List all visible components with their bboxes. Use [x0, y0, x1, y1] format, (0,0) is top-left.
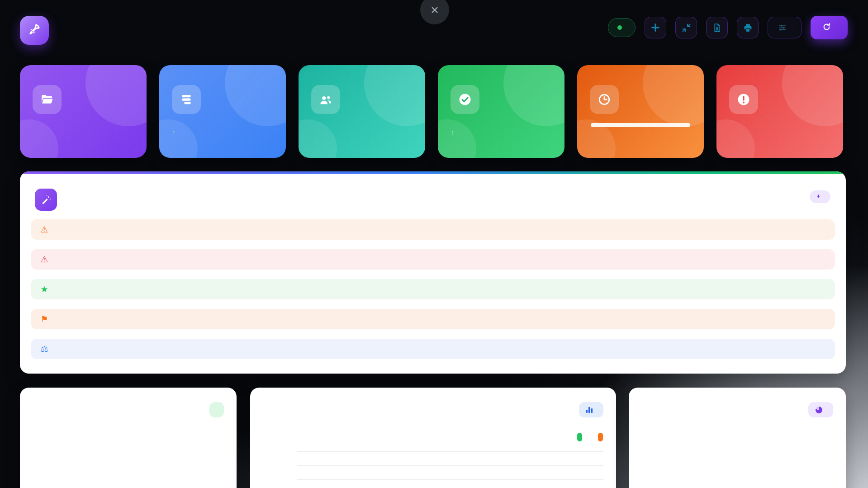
- pending-progress-fill: [591, 123, 690, 127]
- print-button[interactable]: [737, 17, 759, 38]
- alert-circle-icon: [729, 85, 758, 114]
- clock-icon: [590, 85, 619, 114]
- export-excel-button[interactable]: [706, 17, 728, 38]
- stats-row: ↑ ↑: [20, 65, 843, 158]
- card-decoration: [503, 65, 564, 126]
- insights-list: ⚠ ⚠ ★ ⚑ ⚖: [31, 219, 835, 369]
- task-stack-icon: [172, 85, 201, 114]
- compress-button[interactable]: [675, 17, 697, 38]
- legend-pending: [598, 433, 607, 441]
- insight-row-top-project: ★: [31, 279, 835, 299]
- departments-badge: [808, 402, 833, 417]
- stat-card-total-projects: [20, 65, 147, 158]
- close-button[interactable]: ×: [420, 0, 449, 24]
- warning-triangle-icon: ⚠: [39, 224, 50, 235]
- magic-wand-icon: [35, 189, 57, 211]
- stat-trend: ↑: [451, 121, 552, 137]
- gridline: [297, 479, 603, 480]
- refresh-button[interactable]: [811, 16, 848, 39]
- team-distribution-donut: [684, 431, 794, 488]
- live-badge: [608, 18, 636, 37]
- app-logo: [20, 16, 49, 45]
- team-distribution-card: [629, 388, 846, 488]
- card-decoration: [716, 119, 755, 158]
- refresh-icon: [822, 23, 831, 33]
- printer-icon: [743, 23, 753, 33]
- plus-icon: [650, 23, 660, 33]
- star-icon: ★: [39, 284, 50, 294]
- warning-triangle-icon: ⚠: [39, 254, 50, 265]
- insight-row-critical-overdue: ⚠: [31, 249, 835, 270]
- insight-row-completion-rate: ⚠: [31, 219, 835, 240]
- add-button[interactable]: [645, 17, 666, 38]
- stat-card-overdue: [716, 65, 843, 158]
- card-decoration: [20, 119, 58, 158]
- rocket-icon: [28, 23, 41, 38]
- task-completion-donut: [74, 431, 182, 488]
- completed-dot-icon: [577, 433, 582, 441]
- compress-arrows-icon: [682, 23, 691, 33]
- card-decoration: [225, 65, 286, 126]
- task-completion-card: [20, 388, 237, 488]
- users-icon: [311, 85, 340, 114]
- pending-dot-icon: [598, 433, 603, 441]
- pie-chart-icon: [816, 407, 822, 413]
- gradient-accent-bar: [20, 171, 846, 174]
- folder-open-icon: [33, 85, 62, 114]
- card-decoration: [782, 65, 843, 126]
- check-circle-icon: [451, 85, 479, 114]
- gridline: [297, 451, 603, 452]
- gridline: [297, 465, 603, 466]
- card-decoration: [364, 65, 425, 126]
- bar-chart-icon: [586, 407, 593, 413]
- smart-analysis-badge: [810, 190, 830, 203]
- card-decoration: [299, 119, 337, 158]
- chart-legend: [577, 433, 607, 441]
- insight-row-needs-focus: ⚑: [31, 309, 835, 329]
- analytics-badge: [579, 402, 604, 417]
- stat-card-employees: [299, 65, 425, 158]
- card-decoration: [643, 65, 704, 126]
- smart-insights-panel: ⚠ ⚠ ★ ⚑ ⚖: [20, 171, 846, 374]
- scale-icon: ⚖: [39, 344, 50, 354]
- stat-card-pending: [577, 65, 704, 158]
- filters-button[interactable]: [768, 17, 802, 38]
- trend-up-icon: ↑: [451, 128, 455, 137]
- card-decoration: [85, 65, 147, 126]
- trend-up-icon: ↑: [172, 128, 176, 137]
- stat-card-completed: ↑: [438, 65, 564, 158]
- flag-icon: ⚑: [39, 314, 50, 324]
- close-icon: ×: [431, 2, 439, 18]
- live-dot-icon: [617, 25, 622, 30]
- stat-card-total-tasks: ↑: [159, 65, 286, 158]
- header-toolbar: [608, 16, 848, 39]
- legend-completed: [577, 433, 586, 441]
- stat-trend: ↑: [172, 121, 273, 137]
- insight-row-workload-alert: ⚖: [31, 339, 835, 359]
- tasks-by-project-card: [250, 388, 616, 488]
- completion-badge: [209, 402, 224, 417]
- bolt-icon: [816, 193, 821, 201]
- file-excel-icon: [712, 23, 722, 33]
- pending-progress-track: [591, 123, 690, 127]
- sliders-icon: [778, 24, 787, 32]
